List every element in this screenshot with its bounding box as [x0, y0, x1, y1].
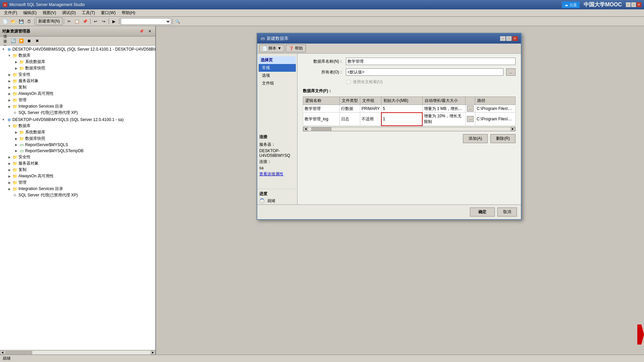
- oe-scroll-left[interactable]: ◀: [0, 351, 5, 355]
- row1-browse-btn[interactable]: ...: [467, 106, 474, 112]
- expander-db1[interactable]: ▼: [7, 53, 12, 58]
- row1-name[interactable]: [303, 105, 340, 113]
- row1-name-input[interactable]: [305, 106, 338, 111]
- expander-db2[interactable]: ▼: [7, 123, 12, 129]
- oe-tree[interactable]: ▼ 🖥 DESKTOP-U4VD58B\MSSQL (SQL Server 12…: [0, 46, 155, 350]
- sidebar-option-filegroup[interactable]: 文件组: [259, 79, 296, 87]
- tree-serverobj2[interactable]: ▶ 📁 服务器对象: [0, 160, 155, 167]
- dialog-minimize-button[interactable]: ─: [500, 36, 505, 41]
- oe-filter-button[interactable]: 🔽: [17, 37, 25, 45]
- row2-size-input[interactable]: [383, 117, 421, 121]
- ok-button[interactable]: 确定: [470, 207, 495, 217]
- menu-edit[interactable]: 编辑(E): [20, 9, 39, 16]
- expander-security1[interactable]: ▶: [7, 72, 12, 77]
- oe-disconnect-button[interactable]: ✖: [34, 37, 41, 45]
- oe-stop-button[interactable]: ⏹: [25, 37, 33, 45]
- dialog-maximize-button[interactable]: □: [506, 36, 512, 41]
- tree-repl1[interactable]: ▶ 📁 复制: [0, 84, 155, 90]
- tree-databases1[interactable]: ▼ 📁 数据库: [0, 52, 155, 59]
- oe-pin-button[interactable]: 📌: [138, 27, 145, 35]
- menu-window[interactable]: 窗口(W): [98, 9, 118, 16]
- tree-sqlagent2[interactable]: ⚙ SQL Server 代理(已禁用代理 XP): [0, 192, 155, 198]
- tree-sysdb1[interactable]: ▶ 📁 系统数据库: [0, 59, 155, 65]
- oe-scroll-right[interactable]: ▶: [151, 351, 155, 355]
- close-button[interactable]: ✕: [637, 2, 641, 7]
- oe-scroll-thumb[interactable]: [5, 351, 32, 354]
- menu-tools[interactable]: 工具(T): [79, 9, 98, 16]
- expander-mgmt1[interactable]: ▶: [7, 98, 12, 103]
- expander-integration1[interactable]: ▶: [7, 104, 12, 109]
- menu-view[interactable]: 视图(V): [40, 9, 59, 16]
- toolbar-paste[interactable]: 📌: [82, 18, 89, 25]
- tree-sqlagent1[interactable]: ⚙ SQL Server 代理(已禁用代理 XP): [0, 110, 155, 116]
- tree-integration2[interactable]: ▶ 📁 Integration Services 目录: [0, 186, 155, 192]
- toolbar-run[interactable]: ▶: [110, 18, 118, 25]
- toolbar-undo[interactable]: ↩: [92, 18, 99, 25]
- add-button[interactable]: 添加(A): [463, 134, 488, 143]
- row1-size-input[interactable]: [383, 106, 421, 111]
- expander-sqlagent2[interactable]: [7, 193, 12, 198]
- oe-close-button[interactable]: ✕: [146, 27, 153, 35]
- expander-dbsnap2[interactable]: ▶: [13, 136, 19, 141]
- row1-size[interactable]: [381, 105, 423, 113]
- database-selector[interactable]: [121, 18, 171, 25]
- tree-integration1[interactable]: ▶ 📁 Integration Services 目录: [0, 103, 155, 110]
- menu-debug[interactable]: 调试(D): [59, 9, 78, 16]
- tree-dbsnap1[interactable]: ▶ 📁 数据库快照: [0, 65, 155, 71]
- oe-refresh-button[interactable]: 🔄: [9, 37, 17, 45]
- menu-help[interactable]: 帮助(H): [119, 9, 138, 16]
- fulltext-checkbox[interactable]: [346, 80, 351, 84]
- row2-browse[interactable]: ...: [465, 113, 475, 126]
- expander-mgmt2[interactable]: ▶: [7, 180, 12, 185]
- tree-sysdb2[interactable]: ▶ 📁 系统数据库: [0, 129, 155, 135]
- expander-security2[interactable]: ▶: [7, 155, 12, 160]
- expander-server1[interactable]: ▼: [1, 47, 6, 52]
- oe-hscrollbar[interactable]: ◀ ▶: [0, 350, 155, 355]
- expander-sysdb2[interactable]: ▶: [13, 130, 19, 135]
- tree-alwayson2[interactable]: ▶ 📁 AlwaysOn 高可用性: [0, 173, 155, 179]
- tree-alwayson1[interactable]: ▶ 📁 AlwaysOn 高可用性: [0, 90, 155, 97]
- expander-reportserver[interactable]: ▶: [13, 142, 19, 147]
- view-connection-link[interactable]: 查看连接属性: [259, 172, 283, 176]
- tree-serverobj1[interactable]: ▶ 📁 服务器对象: [0, 78, 155, 84]
- table-scroll-right[interactable]: ▶: [511, 127, 515, 131]
- row2-name-input[interactable]: [305, 117, 338, 121]
- tree-databases2[interactable]: ▼ 📁 数据库: [0, 123, 155, 129]
- tree-repl2[interactable]: ▶ 📁 复制: [0, 167, 155, 173]
- expander-sqlagent1[interactable]: [7, 110, 12, 116]
- expander-serverobj1[interactable]: ▶: [7, 78, 12, 84]
- row2-browse-btn[interactable]: ...: [467, 116, 474, 122]
- tree-server2[interactable]: ▼ 🖥 DESKTOP-U4VD58B\MYSQLS (SQL Server 1…: [0, 117, 155, 123]
- new-query-button[interactable]: 新建查询(N): [36, 17, 62, 25]
- owner-input[interactable]: [346, 68, 503, 76]
- expander-integration2[interactable]: ▶: [7, 186, 12, 192]
- expander-alwayson2[interactable]: ▶: [7, 174, 12, 179]
- tree-reportserver[interactable]: ▶ 🗃 ReportServer$MYSQLS: [0, 142, 155, 148]
- cloud-badge[interactable]: ☁ 云盘: [562, 2, 580, 8]
- row2-size[interactable]: [381, 113, 423, 126]
- expander-alwayson1[interactable]: ▶: [7, 91, 12, 97]
- dialog-close-button[interactable]: ✕: [512, 36, 518, 41]
- tree-reporttemp[interactable]: ▶ 🗃 ReportServer$MYSQLSTempDB: [0, 148, 155, 154]
- row1-browse[interactable]: ...: [465, 105, 475, 113]
- expander-sysdb1[interactable]: ▶: [13, 59, 19, 65]
- script-button[interactable]: 📄 脚本 ▼: [259, 45, 284, 52]
- maximize-button[interactable]: □: [631, 2, 636, 7]
- toolbar-search[interactable]: 🔍: [174, 18, 181, 25]
- expander-dbsnap1[interactable]: ▶: [13, 66, 19, 71]
- table-hscrollbar[interactable]: ◀ ▶: [303, 127, 516, 131]
- menu-file[interactable]: 文件(F): [1, 9, 20, 16]
- expander-repl1[interactable]: ▶: [7, 85, 12, 90]
- toolbar-save[interactable]: 💾: [17, 18, 25, 25]
- expander-serverobj2[interactable]: ▶: [7, 161, 12, 166]
- tree-dbsnap2[interactable]: ▶ 📁 数据库快照: [0, 135, 155, 142]
- toolbar-open[interactable]: 📂: [9, 18, 17, 25]
- toolbar-redo[interactable]: ↪: [100, 18, 107, 25]
- row2-name[interactable]: [303, 113, 340, 126]
- tree-mgmt1[interactable]: ▶ 📁 管理: [0, 97, 155, 103]
- expander-server2[interactable]: ▼: [1, 117, 6, 122]
- cancel-button[interactable]: 取消: [497, 207, 517, 217]
- expander-reporttemp[interactable]: ▶: [13, 148, 19, 154]
- remove-button[interactable]: 删除(R): [490, 134, 516, 143]
- toolbar-copy[interactable]: 📋: [73, 18, 81, 25]
